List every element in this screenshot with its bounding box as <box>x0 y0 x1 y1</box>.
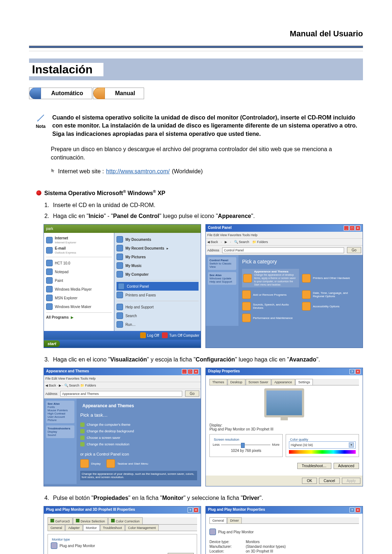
start-item-msn[interactable]: MSN Explorer <box>46 294 112 302</box>
start-run[interactable]: Run… <box>117 320 199 329</box>
advanced-button[interactable]: Advanced <box>334 463 359 469</box>
forward-button[interactable]: ▶ <box>225 240 227 244</box>
start-recent[interactable]: My Recent Documents ▸ <box>117 244 199 252</box>
start-item-moviemaker[interactable]: Windows Movie Maker <box>46 302 112 311</box>
task-resolution[interactable]: Change the screen resolution <box>80 441 197 448</box>
tab-general[interactable]: General <box>209 517 227 523</box>
folders-button[interactable]: 📁 Folders <box>252 240 268 244</box>
color-quality-select[interactable]: Highest (32 bit)▾ <box>289 441 356 449</box>
menubar[interactable]: File Edit View Favorites Tools Help <box>44 375 201 382</box>
start-mydocs[interactable]: My Documents <box>117 235 199 244</box>
start-printers[interactable]: Printers and Faxes <box>117 291 199 299</box>
troubleshoot-button[interactable]: Troubleshoot… <box>297 463 331 469</box>
resolution-slider[interactable] <box>221 444 270 445</box>
menubar[interactable]: File Edit View Favorites Tools Help <box>206 232 363 239</box>
sidebar-switch-view[interactable]: Switch to Classic View <box>209 262 231 268</box>
start-item-notepad[interactable]: Notepad <box>46 267 112 276</box>
minimize-button[interactable]: _ <box>182 369 187 374</box>
steps-list: Inserte el CD en la unidad de CD-ROM. Ha… <box>44 201 363 221</box>
back-button[interactable]: ◀ Back <box>207 240 218 244</box>
address-bar[interactable]: Control Panel <box>222 247 344 253</box>
screenshot-monitor-properties: Plug and Play Monitor Properties?× Gener… <box>205 506 363 554</box>
tab-appearance[interactable]: Appearance <box>271 379 295 385</box>
start-footer: Log Off Turn Off Computer <box>44 331 201 340</box>
start-button[interactable]: start <box>44 340 60 347</box>
start-search[interactable]: Search <box>117 311 199 320</box>
start-item-hct[interactable]: HCT 10.0 <box>46 259 112 267</box>
tab-adapter[interactable]: Adapter <box>65 525 83 531</box>
manufacturer-label: Manufacturer: <box>209 545 242 549</box>
header-divider-thin <box>29 51 363 51</box>
category-printers[interactable]: Printers and Other Hardware <box>302 269 359 287</box>
close-button[interactable]: × <box>355 226 360 231</box>
tab-screensaver[interactable]: Screen Saver <box>246 379 271 385</box>
tab-settings[interactable]: Settings <box>295 379 313 385</box>
tab-desktop[interactable]: Desktop <box>228 379 245 385</box>
category-appearance[interactable]: Appearance and ThemesChange the appearan… <box>242 269 299 287</box>
start-item-paint[interactable]: Paint <box>46 276 112 285</box>
tab-color-management[interactable]: Color Management <box>125 525 159 531</box>
help-button[interactable]: ? <box>350 508 355 513</box>
category-sounds[interactable]: Sounds, Speech, and Audio Devices <box>242 302 299 311</box>
close-button[interactable]: × <box>193 508 199 513</box>
category-datetime[interactable]: Date, Time, Language, and Regional Optio… <box>302 290 359 299</box>
window-title: Plug and Play Monitor Properties <box>208 508 265 513</box>
tab-manual[interactable]: Manual <box>93 88 144 99</box>
search-toolbar-icon[interactable]: 🔍 Search <box>234 240 249 244</box>
help-button[interactable]: ? <box>350 369 355 374</box>
os-suffix: XP <box>156 190 166 196</box>
tab-geforce[interactable]: GeForce3 <box>48 517 73 524</box>
address-bar[interactable]: Appearance and Themes <box>60 391 182 397</box>
start-mycomputer[interactable]: My Computer <box>117 270 199 279</box>
start-item-wmp[interactable]: Windows Media Player <box>46 285 112 294</box>
maximize-button[interactable]: □ <box>350 226 355 231</box>
sidebar-winupdate[interactable]: Windows Update <box>209 277 231 280</box>
task-screensaver[interactable]: Choose a screen saver <box>80 434 197 441</box>
task-background[interactable]: Change the desktop background <box>80 428 197 434</box>
tab-device-selection[interactable]: Device Selection <box>73 517 108 524</box>
maximize-button[interactable]: □ <box>188 369 193 374</box>
category-performance[interactable]: Performance and Maintenance <box>242 314 299 322</box>
folder-icon <box>117 236 123 243</box>
cp-icon-display[interactable]: Display <box>80 459 101 468</box>
printers-icon <box>302 274 311 283</box>
weblink-suffix: (Worldwide) <box>172 168 203 175</box>
tab-automatic[interactable]: Automático <box>29 88 92 99</box>
cp-icon-taskbar[interactable]: Taskbar and Start Menu <box>106 459 148 468</box>
start-music[interactable]: My Music <box>117 261 199 270</box>
apply-button[interactable]: Apply <box>342 478 360 484</box>
close-button[interactable]: × <box>355 508 360 513</box>
start-help[interactable]: Help and Support <box>117 303 199 311</box>
section-title: Instalación <box>29 63 103 76</box>
steps-list-cont2: Pulse el botón "Propiedades" en la ficha… <box>44 494 363 502</box>
tab-themes[interactable]: Themes <box>209 379 227 385</box>
category-accessibility[interactable]: Accessibility Options <box>302 302 359 311</box>
go-button[interactable]: Go <box>185 391 199 397</box>
logoff-button[interactable]: Log Off <box>140 332 159 338</box>
weblink-url[interactable]: http://www.samtron.com/ <box>106 168 170 175</box>
tab-driver[interactable]: Driver <box>227 517 242 523</box>
start-item-internet[interactable]: InternetInternet Explorer <box>46 235 112 245</box>
start-pictures[interactable]: My Pictures <box>117 252 199 261</box>
category-addremove[interactable]: Add or Remove Programs <box>242 290 299 299</box>
tab-troubleshoot[interactable]: Troubleshoot <box>100 525 125 531</box>
minimize-button[interactable]: _ <box>344 226 349 231</box>
step-1: Inserte el CD en la unidad de CD-ROM. <box>51 201 363 210</box>
cancel-button[interactable]: Cancel <box>319 478 340 484</box>
sidebar-help[interactable]: Help and Support <box>209 280 232 283</box>
close-button[interactable]: × <box>355 369 360 374</box>
start-controlpanel[interactable]: Control Panel <box>117 282 199 291</box>
start-item-email[interactable]: E-mailOutlook Express <box>46 245 112 255</box>
help-button[interactable]: ? <box>188 508 193 513</box>
close-button[interactable]: × <box>193 369 199 374</box>
turnoff-button[interactable]: Turn Off Computer <box>162 332 199 338</box>
ok-button[interactable]: OK <box>302 478 317 484</box>
start-all-programs[interactable]: All Programs▶ <box>46 314 112 320</box>
task-theme[interactable]: Change the computer's theme <box>80 421 197 428</box>
tab-color-correction[interactable]: Color Correction <box>108 517 143 524</box>
mouse-cursor-icon <box>51 168 56 175</box>
tab-general[interactable]: General <box>48 525 65 531</box>
go-button[interactable]: Go <box>347 247 361 253</box>
step-2: Haga clic en "Inicio" - "Panel de Contro… <box>51 212 363 221</box>
tab-monitor[interactable]: Monitor <box>83 525 100 531</box>
